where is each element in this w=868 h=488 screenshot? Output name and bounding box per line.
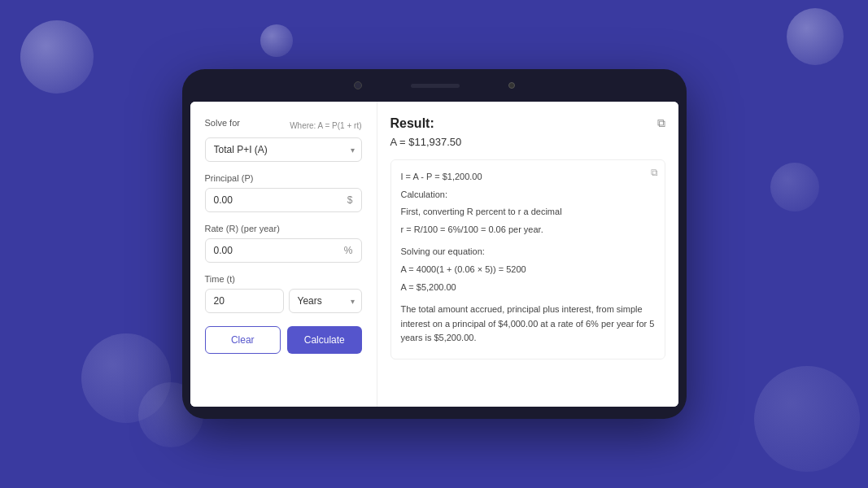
tablet-camera-left (354, 81, 362, 89)
solving-label: Solving our equation: (401, 245, 655, 259)
tablet-frame: Solve for Where: A = P(1 + rt) Total P+I… (182, 69, 687, 419)
interest-line: I = A - P = $1,200.00 (401, 170, 655, 185)
time-unit-select[interactable]: Years Months Days (290, 290, 361, 312)
background-bubble-2 (260, 24, 293, 57)
tablet-top-bar (182, 69, 687, 102)
result-value: A = $11,937.50 (390, 136, 665, 148)
solve-for-group: Solve for Where: A = P(1 + rt) Total P+I… (205, 118, 362, 162)
solve-for-label: Solve for (205, 118, 240, 128)
calc-label: Calculation: (401, 188, 655, 203)
tablet-camera-right (508, 82, 515, 89)
detail-step4: A = $5,200.00 (401, 281, 655, 295)
principal-input-wrapper: $ (205, 188, 362, 212)
time-group: Time (t) Years Months Days ▾ (205, 274, 362, 313)
result-header: Result: ⧉ (390, 116, 665, 131)
rate-suffix: % (344, 245, 353, 256)
tablet-speaker (411, 84, 460, 88)
principal-label: Principal (P) (205, 173, 362, 183)
solve-for-select[interactable]: Total P+I (A) Principal (P) Rate (R) Tim… (206, 138, 361, 161)
rate-input-wrapper: % (205, 238, 362, 263)
result-panel: Result: ⧉ A = $11,937.50 ⧉ I = A - P = $… (377, 102, 678, 407)
principal-suffix: $ (347, 194, 353, 206)
detail-copy-button[interactable]: ⧉ (651, 167, 658, 178)
rate-group: Rate (R) (per year) % (205, 224, 362, 263)
solve-for-formula: Where: A = P(1 + rt) (290, 121, 361, 130)
time-row: Years Months Days ▾ (205, 289, 362, 313)
result-copy-button[interactable]: ⧉ (657, 116, 665, 130)
time-input-wrapper (205, 289, 284, 313)
principal-input[interactable] (206, 189, 361, 211)
time-label: Time (t) (205, 274, 362, 284)
result-title: Result: (390, 116, 434, 131)
background-bubble-1 (20, 20, 94, 94)
background-bubble-8 (770, 163, 819, 211)
clear-button[interactable]: Clear (205, 326, 281, 354)
detail-step1: First, converting R percent to r a decim… (401, 205, 655, 220)
background-bubble-3 (787, 8, 844, 65)
rate-input[interactable] (206, 239, 361, 262)
rate-label: Rate (R) (per year) (205, 224, 362, 233)
time-unit-select-wrapper[interactable]: Years Months Days ▾ (289, 289, 362, 313)
tablet-content: Solve for Where: A = P(1 + rt) Total P+I… (190, 102, 678, 407)
calculate-button[interactable]: Calculate (287, 326, 362, 354)
time-input[interactable] (206, 290, 283, 312)
detail-step2: r = R/100 = 6%/100 = 0.06 per year. (401, 223, 655, 237)
result-detail-box: ⧉ I = A - P = $1,200.00 Calculation: Fir… (390, 159, 665, 359)
button-row: Clear Calculate (205, 326, 362, 354)
detail-step3: A = 4000(1 + (0.06 × 5)) = 5200 (401, 263, 655, 277)
calculator-panel: Solve for Where: A = P(1 + rt) Total P+I… (190, 102, 377, 407)
principal-group: Principal (P) $ (205, 173, 362, 212)
solve-for-select-wrapper[interactable]: Total P+I (A) Principal (P) Rate (R) Tim… (205, 137, 362, 162)
background-bubble-7 (754, 366, 860, 472)
result-summary: The total amount accrued, principal plus… (401, 303, 655, 346)
result-detail-text: I = A - P = $1,200.00 Calculation: First… (401, 170, 655, 346)
